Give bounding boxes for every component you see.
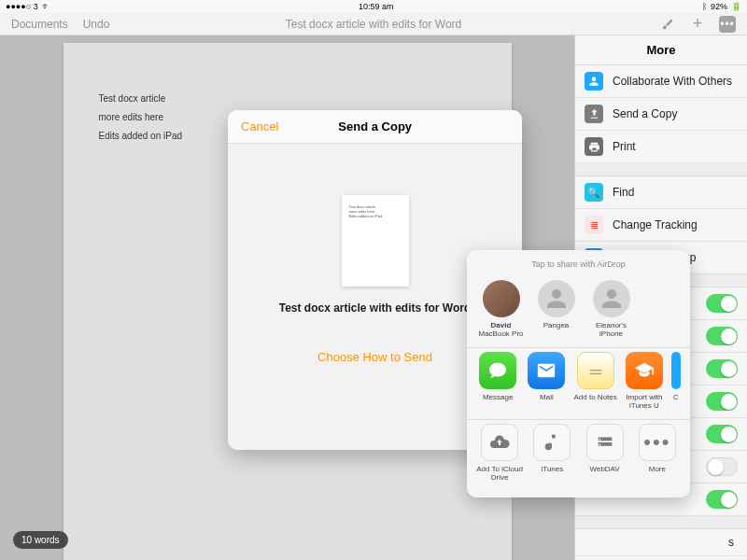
more-dots-icon: ••• <box>639 424 676 461</box>
toolbar: Documents Undo Test docx article with ed… <box>0 13 747 35</box>
panel-label: s <box>585 536 738 549</box>
undo-button[interactable]: Undo <box>83 18 110 31</box>
airdrop-contact[interactable]: Pangea <box>531 280 581 338</box>
notes-icon <box>577 352 614 389</box>
add-icon[interactable]: + <box>689 16 706 33</box>
toggle-off[interactable] <box>706 457 738 476</box>
separator <box>575 163 747 176</box>
panel-find[interactable]: 🔍 Find <box>575 176 747 209</box>
airdrop-caption: Tap to share with AirDrop <box>467 256 690 276</box>
action-itunes[interactable]: iTunes <box>529 424 575 482</box>
panel-change-tracking[interactable]: ≣ Change Tracking <box>575 209 747 242</box>
document-preview: Test docx article more edits here Edits … <box>342 195 409 287</box>
action-more[interactable]: ••• More <box>634 424 681 482</box>
airdrop-contact[interactable]: DavidMacBook Pro <box>476 280 526 338</box>
share-message[interactable]: Message <box>476 352 519 410</box>
separator <box>575 516 747 529</box>
peek-next[interactable]: C <box>671 352 681 410</box>
webdav-icon <box>586 424 624 461</box>
share-itunesu[interactable]: Import with iTunes U <box>623 352 666 410</box>
action-icloud-drive[interactable]: Add To iCloud Drive <box>476 424 523 482</box>
gradcap-icon <box>626 352 663 389</box>
brush-icon[interactable] <box>659 16 676 33</box>
toggle-on[interactable] <box>706 392 738 411</box>
mail-icon <box>528 352 565 389</box>
airdrop-contact[interactable]: Eleanor's iPhone <box>586 280 636 338</box>
word-count-badge[interactable]: 10 words <box>13 531 68 549</box>
bluetooth-icon: ᛒ <box>702 2 707 11</box>
toggle-on[interactable] <box>706 359 738 378</box>
share-mail[interactable]: Mail <box>525 352 568 410</box>
panel-print[interactable]: Print <box>575 131 747 163</box>
battery-icon: 🔋 <box>731 2 741 11</box>
tracking-icon: ≣ <box>585 216 603 234</box>
panel-label: Find <box>613 186 738 199</box>
status-bar: ●●●●○ 3 ᯤ 10:59 am ᛒ 92% 🔋 <box>0 0 747 13</box>
send-copy-icon <box>585 105 603 123</box>
message-icon <box>479 352 516 389</box>
wifi-icon: ᯤ <box>42 2 50 11</box>
print-icon <box>585 137 603 156</box>
panel-collaborate[interactable]: Collaborate With Others <box>575 65 747 98</box>
modal-title: Send a Copy <box>241 119 509 133</box>
apps-row: Message Mail Add to Notes Import with iT… <box>467 348 690 420</box>
documents-button[interactable]: Documents <box>11 18 68 31</box>
avatar-placeholder <box>538 280 575 317</box>
action-webdav[interactable]: WebDAV <box>582 424 628 482</box>
panel-send-copy[interactable]: Send a Copy <box>575 98 747 131</box>
battery-pct: 92% <box>711 2 727 11</box>
panel-send-feedback[interactable]: ✎ Send Feedback <box>575 556 747 560</box>
toggle-on[interactable] <box>706 327 738 345</box>
avatar-photo <box>483 280 520 317</box>
panel-label: Change Tracking <box>613 218 738 231</box>
toggle-on[interactable] <box>706 490 738 509</box>
panel-title: More <box>575 35 747 65</box>
cloud-up-icon <box>481 424 518 461</box>
panel-label: Collaborate With Others <box>613 75 738 88</box>
collaborate-icon <box>585 72 603 91</box>
panel-tips[interactable]: s <box>575 529 747 556</box>
toggle-on[interactable] <box>706 425 738 443</box>
signal-dots: ●●●●○ 3 <box>6 2 38 11</box>
document-title: Test docx article with edits for Word <box>286 18 462 31</box>
panel-label: Send a Copy <box>613 107 738 120</box>
music-icon <box>533 424 571 461</box>
clock: 10:59 am <box>359 2 394 11</box>
panel-label: Print <box>613 140 738 153</box>
actions-row: Add To iCloud Drive iTunes WebDAV ••• Mo… <box>467 420 690 491</box>
more-icon[interactable]: ••• <box>719 16 736 33</box>
svg-rect-1 <box>589 373 601 374</box>
toggle-on[interactable] <box>706 294 738 313</box>
avatar-placeholder <box>593 280 630 317</box>
share-notes[interactable]: Add to Notes <box>574 352 617 410</box>
svg-rect-0 <box>589 370 601 371</box>
share-sheet: Tap to share with AirDrop DavidMacBook P… <box>467 250 690 497</box>
find-icon: 🔍 <box>585 183 603 202</box>
airdrop-row: DavidMacBook Pro Pangea Eleanor's iPhone <box>467 276 690 348</box>
partial-icon <box>671 352 681 389</box>
